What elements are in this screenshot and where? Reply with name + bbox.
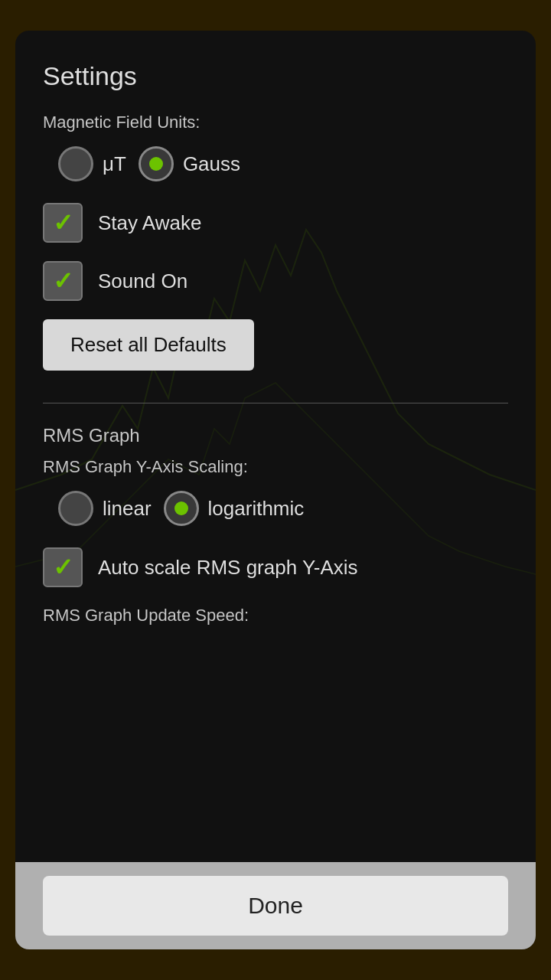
radio-dot-logarithmic <box>174 501 188 515</box>
radio-option-linear[interactable]: linear <box>58 491 152 526</box>
radio-label-ut: μT <box>103 152 126 176</box>
stay-awake-label: Stay Awake <box>98 211 201 235</box>
rms-update-speed-label: RMS Graph Update Speed: <box>43 606 508 626</box>
sound-on-row: ✓ Sound On <box>43 261 508 301</box>
sound-on-checkbox[interactable]: ✓ <box>43 261 83 301</box>
bottom-spacer <box>43 639 508 670</box>
auto-scale-label: Auto scale RMS graph Y-Axis <box>98 556 358 580</box>
radio-circle-gauss[interactable] <box>139 146 174 181</box>
done-bar: Done <box>15 862 536 949</box>
radio-circle-linear[interactable] <box>58 491 93 526</box>
radio-label-logarithmic: logarithmic <box>208 497 305 521</box>
done-button[interactable]: Done <box>43 876 508 936</box>
rms-y-axis-label: RMS Graph Y-Axis Scaling: <box>43 457 508 477</box>
sound-on-label: Sound On <box>98 270 187 293</box>
auto-scale-row: ✓ Auto scale RMS graph Y-Axis <box>43 547 508 587</box>
stay-awake-row: ✓ Stay Awake <box>43 203 508 243</box>
radio-label-gauss: Gauss <box>183 152 240 176</box>
radio-option-logarithmic[interactable]: logarithmic <box>164 491 305 526</box>
radio-option-gauss[interactable]: Gauss <box>139 146 240 181</box>
magnetic-field-label: Magnetic Field Units: <box>43 113 508 132</box>
stay-awake-checkbox[interactable]: ✓ <box>43 203 83 243</box>
radio-circle-logarithmic[interactable] <box>164 491 199 526</box>
radio-label-linear: linear <box>103 497 152 521</box>
rms-scaling-radio-group: linear logarithmic <box>43 491 508 526</box>
magnetic-field-radio-group: μT Gauss <box>43 146 508 181</box>
auto-scale-checkbox[interactable]: ✓ <box>43 547 83 587</box>
rms-graph-section-title: RMS Graph <box>43 425 508 446</box>
radio-option-ut[interactable]: μT <box>58 146 126 181</box>
section-divider <box>43 403 508 403</box>
reset-defaults-button[interactable]: Reset all Defaults <box>43 319 254 371</box>
settings-content: Settings Magnetic Field Units: μT Gauss <box>15 31 536 862</box>
page-title: Settings <box>43 61 508 91</box>
radio-dot-gauss <box>149 157 163 171</box>
auto-scale-checkmark: ✓ <box>53 555 73 580</box>
radio-circle-ut[interactable] <box>58 146 93 181</box>
settings-dialog: Settings Magnetic Field Units: μT Gauss <box>15 31 536 949</box>
stay-awake-checkmark: ✓ <box>53 211 73 235</box>
sound-on-checkmark: ✓ <box>53 269 73 293</box>
